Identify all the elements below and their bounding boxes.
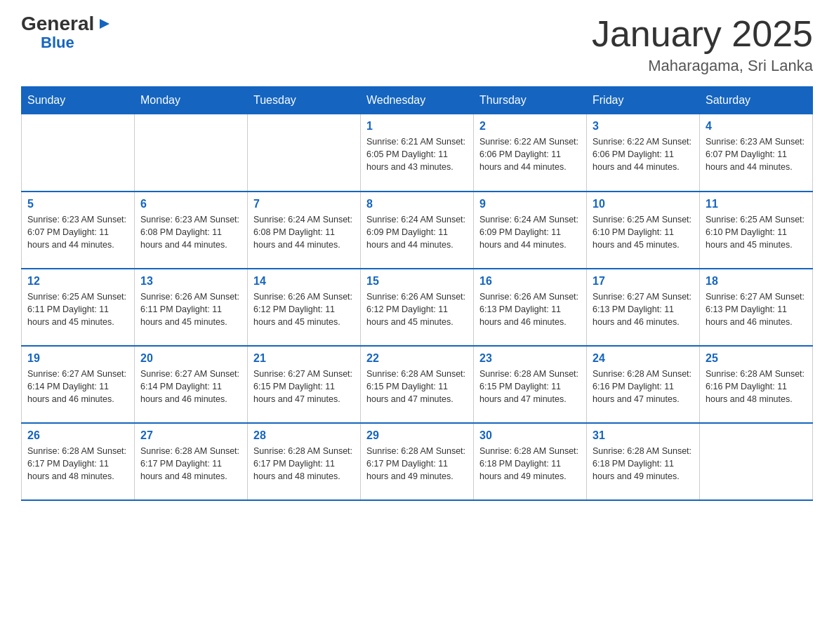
day-number: 15: [366, 275, 468, 288]
page-header: General Blue January 2025 Maharagama, Sr…: [21, 14, 813, 75]
table-row: 23Sunrise: 6:28 AM Sunset: 6:15 PM Dayli…: [474, 346, 587, 423]
day-number: 1: [366, 120, 468, 133]
day-info: Sunrise: 6:27 AM Sunset: 6:13 PM Dayligh…: [593, 290, 694, 328]
col-wednesday: Wednesday: [361, 87, 474, 114]
day-number: 25: [706, 352, 807, 365]
table-row: [248, 114, 361, 192]
day-number: 24: [593, 352, 694, 365]
logo: General Blue: [21, 14, 110, 52]
day-info: Sunrise: 6:28 AM Sunset: 6:18 PM Dayligh…: [593, 445, 694, 483]
table-row: 22Sunrise: 6:28 AM Sunset: 6:15 PM Dayli…: [361, 346, 474, 423]
day-number: 20: [140, 352, 241, 365]
day-info: Sunrise: 6:28 AM Sunset: 6:16 PM Dayligh…: [706, 368, 807, 405]
day-number: 17: [593, 275, 694, 288]
day-info: Sunrise: 6:27 AM Sunset: 6:14 PM Dayligh…: [27, 368, 128, 405]
day-number: 29: [366, 429, 468, 442]
table-row: 6Sunrise: 6:23 AM Sunset: 6:08 PM Daylig…: [135, 192, 248, 269]
table-row: 16Sunrise: 6:26 AM Sunset: 6:13 PM Dayli…: [474, 269, 587, 346]
day-number: 12: [27, 275, 128, 288]
table-row: 8Sunrise: 6:24 AM Sunset: 6:09 PM Daylig…: [361, 192, 474, 269]
calendar-week-row: 26Sunrise: 6:28 AM Sunset: 6:17 PM Dayli…: [22, 423, 813, 500]
calendar-week-row: 1Sunrise: 6:21 AM Sunset: 6:05 PM Daylig…: [22, 114, 813, 192]
day-info: Sunrise: 6:27 AM Sunset: 6:14 PM Dayligh…: [140, 368, 241, 405]
table-row: 13Sunrise: 6:26 AM Sunset: 6:11 PM Dayli…: [135, 269, 248, 346]
day-info: Sunrise: 6:28 AM Sunset: 6:17 PM Dayligh…: [253, 445, 355, 483]
table-row: 24Sunrise: 6:28 AM Sunset: 6:16 PM Dayli…: [587, 346, 700, 423]
table-row: 18Sunrise: 6:27 AM Sunset: 6:13 PM Dayli…: [700, 269, 813, 346]
table-row: 28Sunrise: 6:28 AM Sunset: 6:17 PM Dayli…: [248, 423, 361, 500]
table-row: 21Sunrise: 6:27 AM Sunset: 6:15 PM Dayli…: [248, 346, 361, 423]
table-row: 26Sunrise: 6:28 AM Sunset: 6:17 PM Dayli…: [22, 423, 135, 500]
day-number: 4: [706, 120, 807, 133]
day-number: 16: [479, 275, 581, 288]
table-row: 3Sunrise: 6:22 AM Sunset: 6:06 PM Daylig…: [587, 114, 700, 192]
svg-marker-0: [100, 19, 110, 29]
table-row: 15Sunrise: 6:26 AM Sunset: 6:12 PM Dayli…: [361, 269, 474, 346]
table-row: 31Sunrise: 6:28 AM Sunset: 6:18 PM Dayli…: [587, 423, 700, 500]
day-info: Sunrise: 6:28 AM Sunset: 6:15 PM Dayligh…: [479, 368, 581, 405]
table-row: 9Sunrise: 6:24 AM Sunset: 6:09 PM Daylig…: [474, 192, 587, 269]
calendar-table: Sunday Monday Tuesday Wednesday Thursday…: [21, 86, 813, 501]
col-friday: Friday: [587, 87, 700, 114]
calendar-week-row: 19Sunrise: 6:27 AM Sunset: 6:14 PM Dayli…: [22, 346, 813, 423]
table-row: 2Sunrise: 6:22 AM Sunset: 6:06 PM Daylig…: [474, 114, 587, 192]
day-info: Sunrise: 6:28 AM Sunset: 6:18 PM Dayligh…: [479, 445, 581, 483]
table-row: [135, 114, 248, 192]
table-row: 25Sunrise: 6:28 AM Sunset: 6:16 PM Dayli…: [700, 346, 813, 423]
day-number: 14: [253, 275, 355, 288]
day-info: Sunrise: 6:23 AM Sunset: 6:08 PM Dayligh…: [140, 213, 241, 251]
day-info: Sunrise: 6:22 AM Sunset: 6:06 PM Dayligh…: [479, 135, 581, 173]
day-info: Sunrise: 6:26 AM Sunset: 6:13 PM Dayligh…: [479, 290, 581, 328]
day-number: 13: [140, 275, 241, 288]
table-row: 10Sunrise: 6:25 AM Sunset: 6:10 PM Dayli…: [587, 192, 700, 269]
day-number: 9: [479, 198, 581, 210]
location-title: Maharagama, Sri Lanka: [592, 57, 813, 75]
table-row: 19Sunrise: 6:27 AM Sunset: 6:14 PM Dayli…: [22, 346, 135, 423]
day-info: Sunrise: 6:25 AM Sunset: 6:10 PM Dayligh…: [706, 213, 807, 251]
table-row: 4Sunrise: 6:23 AM Sunset: 6:07 PM Daylig…: [700, 114, 813, 192]
day-number: 19: [27, 352, 128, 365]
col-saturday: Saturday: [700, 87, 813, 114]
col-tuesday: Tuesday: [248, 87, 361, 114]
day-info: Sunrise: 6:24 AM Sunset: 6:09 PM Dayligh…: [479, 213, 581, 251]
table-row: [22, 114, 135, 192]
day-info: Sunrise: 6:28 AM Sunset: 6:15 PM Dayligh…: [366, 368, 468, 405]
table-row: 7Sunrise: 6:24 AM Sunset: 6:08 PM Daylig…: [248, 192, 361, 269]
day-info: Sunrise: 6:22 AM Sunset: 6:06 PM Dayligh…: [593, 135, 694, 173]
table-row: 27Sunrise: 6:28 AM Sunset: 6:17 PM Dayli…: [135, 423, 248, 500]
day-number: 22: [366, 352, 468, 365]
day-info: Sunrise: 6:28 AM Sunset: 6:17 PM Dayligh…: [140, 445, 241, 483]
calendar-header-row: Sunday Monday Tuesday Wednesday Thursday…: [22, 87, 813, 114]
month-title: January 2025: [592, 14, 813, 54]
day-number: 11: [706, 198, 807, 210]
day-number: 5: [27, 198, 128, 210]
day-number: 8: [366, 198, 468, 210]
logo-general-text: General: [21, 14, 94, 34]
day-number: 10: [593, 198, 694, 210]
day-number: 18: [706, 275, 807, 288]
day-number: 3: [593, 120, 694, 133]
day-number: 21: [253, 352, 355, 365]
calendar-week-row: 12Sunrise: 6:25 AM Sunset: 6:11 PM Dayli…: [22, 269, 813, 346]
day-info: Sunrise: 6:26 AM Sunset: 6:11 PM Dayligh…: [140, 290, 241, 328]
col-thursday: Thursday: [474, 87, 587, 114]
day-number: 28: [253, 429, 355, 442]
logo-triangle-icon: [97, 18, 110, 33]
logo-blue-text: Blue: [41, 34, 74, 52]
title-block: January 2025 Maharagama, Sri Lanka: [592, 14, 813, 75]
day-number: 6: [140, 198, 241, 210]
table-row: [700, 423, 813, 500]
table-row: 20Sunrise: 6:27 AM Sunset: 6:14 PM Dayli…: [135, 346, 248, 423]
day-info: Sunrise: 6:25 AM Sunset: 6:11 PM Dayligh…: [27, 290, 128, 328]
day-info: Sunrise: 6:23 AM Sunset: 6:07 PM Dayligh…: [706, 135, 807, 173]
table-row: 1Sunrise: 6:21 AM Sunset: 6:05 PM Daylig…: [361, 114, 474, 192]
day-number: 26: [27, 429, 128, 442]
day-info: Sunrise: 6:28 AM Sunset: 6:17 PM Dayligh…: [27, 445, 128, 483]
table-row: 5Sunrise: 6:23 AM Sunset: 6:07 PM Daylig…: [22, 192, 135, 269]
day-info: Sunrise: 6:25 AM Sunset: 6:10 PM Dayligh…: [593, 213, 694, 251]
day-info: Sunrise: 6:24 AM Sunset: 6:08 PM Dayligh…: [253, 213, 355, 251]
day-info: Sunrise: 6:24 AM Sunset: 6:09 PM Dayligh…: [366, 213, 468, 251]
table-row: 14Sunrise: 6:26 AM Sunset: 6:12 PM Dayli…: [248, 269, 361, 346]
day-info: Sunrise: 6:26 AM Sunset: 6:12 PM Dayligh…: [253, 290, 355, 328]
table-row: 29Sunrise: 6:28 AM Sunset: 6:17 PM Dayli…: [361, 423, 474, 500]
